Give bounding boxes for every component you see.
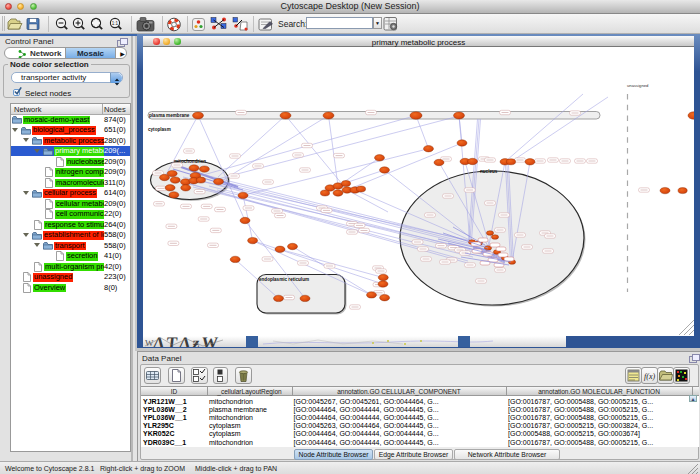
svg-text:f(x): f(x) <box>644 372 655 381</box>
svg-text:cytoplasm: cytoplasm <box>148 127 171 132</box>
svg-text:nucleus: nucleus <box>480 169 498 174</box>
svg-text:plasma membrane: plasma membrane <box>149 113 190 118</box>
svg-text:1:1: 1:1 <box>112 21 119 26</box>
svg-text:endoplasmic reticulum: endoplasmic reticulum <box>259 277 309 282</box>
svg-text:unassigned: unassigned <box>627 83 649 88</box>
svg-text:Search:: Search: <box>278 19 307 29</box>
